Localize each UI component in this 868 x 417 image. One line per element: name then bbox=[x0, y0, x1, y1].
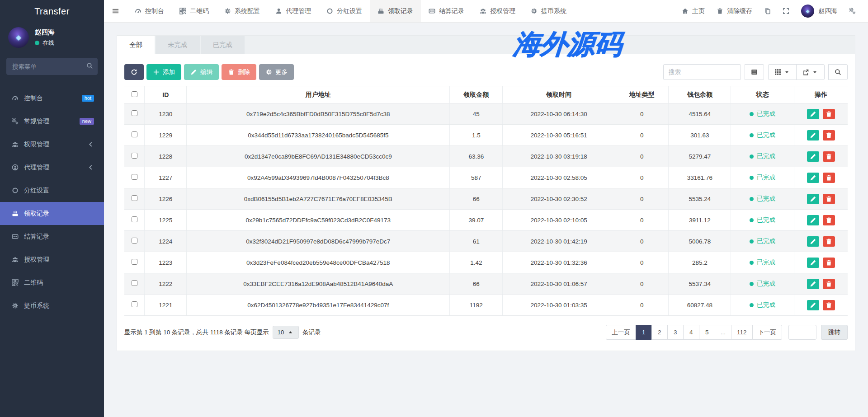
page-button-4[interactable]: 4 bbox=[683, 325, 699, 340]
topnav-item-6[interactable]: 领取记录 bbox=[370, 0, 421, 22]
topnav-item-7[interactable]: 结算记录 bbox=[421, 0, 472, 22]
edit-selected-button[interactable]: 编辑 bbox=[184, 64, 219, 80]
jump-page-input[interactable] bbox=[788, 325, 816, 340]
topnav-item-2[interactable]: 二维码 bbox=[172, 0, 217, 22]
cell-status: 已完成 bbox=[731, 146, 794, 167]
sidebar-item-6[interactable]: 领取记录 bbox=[0, 202, 104, 225]
table-search-input[interactable] bbox=[663, 64, 741, 80]
page-button-3[interactable]: 3 bbox=[667, 325, 684, 340]
topnav-item-1[interactable]: 控制台 bbox=[127, 0, 172, 22]
delete-button[interactable] bbox=[823, 236, 835, 247]
topnav-user-menu[interactable]: ◆ 赵四海 bbox=[795, 0, 843, 22]
button-label: 删除 bbox=[238, 68, 250, 76]
sidebar-item-2[interactable]: 常规管理 new bbox=[0, 110, 104, 133]
cell-status: 已完成 bbox=[731, 188, 794, 210]
delete-button[interactable] bbox=[823, 109, 835, 119]
sidebar-item-7[interactable]: 结算记录 bbox=[0, 225, 104, 248]
row-checkbox[interactable] bbox=[132, 238, 137, 244]
tab-2[interactable]: 未完成 bbox=[156, 36, 200, 54]
sidebar-item-9[interactable]: 二维码 bbox=[0, 271, 104, 294]
cell-amount: 587 bbox=[450, 167, 503, 188]
prev-page-button[interactable]: 上一页 bbox=[606, 325, 636, 340]
delete-button[interactable] bbox=[823, 258, 835, 268]
edit-button[interactable] bbox=[807, 279, 819, 289]
fullscreen-button[interactable] bbox=[777, 0, 795, 22]
edit-button[interactable] bbox=[807, 215, 819, 225]
delete-selected-button[interactable]: 删除 bbox=[222, 64, 256, 80]
clear-cache-link[interactable]: 清除缓存 bbox=[711, 0, 758, 22]
next-page-button[interactable]: 下一页 bbox=[752, 325, 783, 340]
delete-button[interactable] bbox=[823, 279, 835, 289]
row-checkbox[interactable] bbox=[132, 216, 137, 222]
column-header: 操作 bbox=[794, 86, 848, 103]
page-button-2[interactable]: 2 bbox=[651, 325, 668, 340]
sidebar-item-5[interactable]: 分红设置 bbox=[0, 179, 104, 202]
page-ellipsis[interactable]: ... bbox=[715, 325, 731, 340]
row-checkbox[interactable] bbox=[132, 301, 137, 307]
row-checkbox[interactable] bbox=[132, 131, 137, 137]
delete-button[interactable] bbox=[823, 194, 835, 204]
detail-view-button[interactable] bbox=[745, 64, 764, 80]
row-checkbox[interactable] bbox=[132, 110, 137, 116]
add-button[interactable]: 添加 bbox=[146, 64, 181, 80]
more-button[interactable]: 更多 bbox=[259, 64, 294, 80]
row-checkbox[interactable] bbox=[132, 259, 137, 265]
topnav-item-3[interactable]: 系统配置 bbox=[217, 0, 268, 22]
edit-button[interactable] bbox=[807, 109, 819, 119]
topnav-item-label: 领取记录 bbox=[388, 7, 413, 15]
delete-button[interactable] bbox=[823, 151, 835, 162]
edit-button[interactable] bbox=[807, 236, 819, 247]
topnav-item-label: 代理管理 bbox=[286, 7, 311, 15]
home-link[interactable]: 主页 bbox=[676, 0, 711, 22]
trash-icon bbox=[826, 259, 832, 266]
trash-icon bbox=[826, 217, 832, 224]
topnav-item-9[interactable]: 提币系统 bbox=[523, 0, 574, 22]
edit-button[interactable] bbox=[807, 300, 819, 310]
cell-balance: 5279.47 bbox=[669, 146, 731, 167]
delete-button[interactable] bbox=[823, 130, 835, 141]
delete-button[interactable] bbox=[823, 300, 835, 310]
cell-actions bbox=[794, 103, 848, 125]
column-header: 状态 bbox=[731, 86, 794, 103]
delete-button[interactable] bbox=[823, 173, 835, 183]
sidebar-item-1[interactable]: 控制台 hot bbox=[0, 87, 104, 110]
page-button-112[interactable]: 112 bbox=[731, 325, 753, 340]
export-button[interactable] bbox=[796, 64, 825, 80]
menu-icon[interactable] bbox=[104, 0, 127, 22]
row-checkbox[interactable] bbox=[132, 174, 137, 180]
edit-button[interactable] bbox=[807, 151, 819, 162]
topnav-item-label: 提币系统 bbox=[541, 7, 566, 15]
copy-button[interactable] bbox=[758, 0, 777, 22]
search-button[interactable] bbox=[828, 64, 848, 80]
edit-button[interactable] bbox=[807, 194, 819, 204]
sidebar-item-3[interactable]: 权限管理 bbox=[0, 133, 104, 156]
select-all-checkbox[interactable] bbox=[132, 91, 137, 97]
page-button-1[interactable]: 1 bbox=[636, 325, 652, 340]
row-checkbox[interactable] bbox=[132, 153, 137, 159]
columns-button[interactable] bbox=[768, 64, 797, 80]
sidebar-item-4[interactable]: 代理管理 bbox=[0, 156, 104, 179]
delete-button[interactable] bbox=[823, 215, 835, 225]
user-avatar[interactable]: ◆ bbox=[8, 27, 29, 48]
card-icon bbox=[429, 8, 435, 14]
sidebar-item-8[interactable]: 授权管理 bbox=[0, 248, 104, 271]
sidebar-search-input[interactable] bbox=[6, 58, 98, 75]
edit-button[interactable] bbox=[807, 130, 819, 141]
settings-button[interactable] bbox=[843, 0, 862, 22]
cell-time: 2022-10-30 01:42:19 bbox=[503, 231, 615, 252]
edit-button[interactable] bbox=[807, 258, 819, 268]
topnav-item-8[interactable]: 授权管理 bbox=[472, 0, 523, 22]
page-button-5[interactable]: 5 bbox=[699, 325, 715, 340]
tab-1[interactable]: 全部 bbox=[117, 36, 155, 54]
row-checkbox[interactable] bbox=[132, 195, 137, 201]
sidebar-item-10[interactable]: 提币系统 bbox=[0, 294, 104, 317]
row-checkbox[interactable] bbox=[132, 280, 137, 286]
edit-button[interactable] bbox=[807, 173, 819, 183]
jump-button[interactable]: 跳转 bbox=[821, 325, 848, 340]
topnav-item-5[interactable]: 分红设置 bbox=[319, 0, 370, 22]
topnav-item-4[interactable]: 代理管理 bbox=[268, 0, 319, 22]
page-size-select[interactable]: 10 bbox=[273, 326, 299, 339]
topnav-item-label: 控制台 bbox=[145, 7, 164, 15]
refresh-button[interactable] bbox=[124, 64, 144, 80]
tab-3[interactable]: 已完成 bbox=[201, 36, 245, 54]
